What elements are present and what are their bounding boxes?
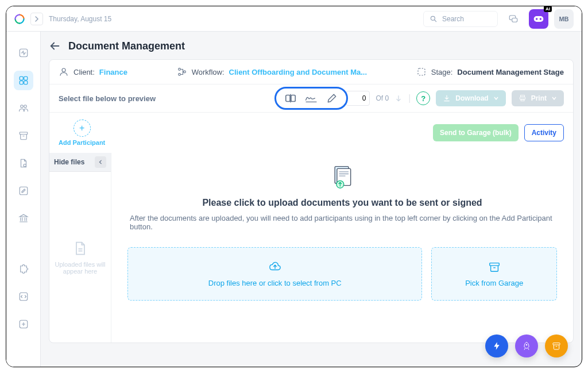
plus-box-icon [18,319,29,329]
stage-icon [416,67,427,77]
signature-tool-button[interactable] [305,92,318,105]
page-number-input[interactable] [346,91,370,106]
users-icon [18,103,29,113]
search-input[interactable]: Search [423,11,498,27]
svg-point-21 [183,71,185,73]
add-participant-label: Add Participant [59,139,105,146]
date-display: Thursday, August 15 [49,15,111,23]
files-empty-state: Uploaded files will appear here [49,172,111,343]
download-icon [443,94,451,102]
svg-point-12 [24,105,26,108]
sidebar-item-users[interactable] [14,98,33,118]
code-icon [18,291,29,302]
svg-rect-3 [534,16,544,22]
svg-rect-9 [20,81,23,84]
user-avatar[interactable]: MB [554,9,574,29]
files-column: Hide files Uploaded files will appear he… [49,153,111,343]
svg-point-14 [24,164,26,167]
activity-button[interactable]: Activity [524,124,564,141]
fab-rocket[interactable] [515,334,538,357]
sidebar-item-institution[interactable] [14,209,33,228]
svg-rect-27 [521,99,524,101]
send-to-garage-button[interactable]: Send to Garage (bulk) [433,124,519,141]
hide-files-header: Hide files [49,153,111,172]
stage-info: Stage: Document Management Stage [416,67,564,77]
svg-point-20 [178,74,180,76]
sidebar [6,32,41,367]
plus-circle-icon: + [74,120,91,137]
garage-icon [488,260,501,273]
sidebar-item-archive[interactable] [14,126,33,145]
actions-row: + Add Participant Send to Garage (bulk) … [49,112,573,153]
page-title: Document Management [68,40,185,52]
add-participant-button[interactable]: + Add Participant [59,120,105,146]
down-arrow-icon[interactable] [394,94,403,102]
main-content: Document Management Client: Finance Work… [41,32,582,367]
svg-point-11 [20,105,23,108]
download-button[interactable]: Download [436,90,505,106]
drop-files-zone[interactable]: Drop files here or click to select from … [127,247,422,301]
sidebar-item-add[interactable] [14,314,33,334]
svg-rect-22 [418,68,425,75]
puzzle-icon [18,264,29,274]
archive-icon [18,130,29,141]
svg-rect-10 [24,81,27,84]
svg-point-19 [178,68,180,71]
help-button[interactable]: ? [416,91,430,105]
chat-icon [508,14,519,24]
svg-rect-31 [489,263,499,266]
svg-point-32 [526,344,528,346]
chevron-down-icon [493,95,499,101]
sidebar-item-stages[interactable] [14,71,33,90]
chevron-down-icon [551,95,557,101]
ai-badge: AI [544,6,552,12]
sidebar-item-dashboard[interactable] [14,43,33,63]
upload-doc-icon [330,164,355,190]
fab-archive[interactable] [545,334,568,357]
collapse-files-button[interactable] [95,156,106,168]
pen-icon [326,93,338,104]
print-icon [519,94,527,102]
nav-forward-button[interactable] [30,13,43,25]
info-row: Client: Finance Workflow: Client Offboar… [49,60,573,84]
chevron-left-icon [98,159,103,165]
cloud-upload-icon [269,260,281,273]
stage-value: Document Management Stage [457,68,564,76]
svg-point-18 [62,68,65,72]
edit-icon [18,186,29,196]
svg-rect-8 [24,76,27,80]
user-icon [59,67,69,77]
back-arrow-icon[interactable] [49,40,61,52]
file-icon [72,240,88,256]
sidebar-item-document[interactable] [14,153,33,173]
pick-from-garage-zone[interactable]: Pick from Garage [431,247,557,301]
chevron-right-icon [34,16,40,22]
sidebar-item-edit[interactable] [14,181,33,201]
pulse-icon [18,48,29,58]
hide-files-label: Hide files [54,158,84,166]
sidebar-item-code[interactable] [14,287,33,306]
chat-button[interactable] [504,9,523,29]
ai-assistant-button[interactable]: AI [529,9,548,29]
fab-lightning[interactable] [485,334,508,357]
print-button[interactable]: Print [512,90,564,106]
svg-rect-13 [20,132,28,134]
pen-tool-button[interactable] [326,92,338,105]
topbar: Thursday, August 15 Search AI MB [6,6,582,32]
svg-rect-33 [553,343,560,345]
document-icon [18,158,29,168]
pick-garage-text: Pick from Garage [465,279,523,287]
field-tool-button[interactable] [284,92,297,105]
download-label: Download [455,94,488,102]
svg-point-5 [540,18,541,20]
client-link[interactable]: Finance [99,68,127,76]
archive-icon [552,341,561,351]
select-file-text: Select file below to preview [59,94,156,103]
file-panel: Hide files Uploaded files will appear he… [49,153,573,343]
tool-pill [274,87,348,110]
svg-rect-15 [20,187,28,195]
svg-point-4 [536,18,537,20]
fab-row [485,334,568,357]
sidebar-item-integrations[interactable] [14,259,33,279]
workflow-link[interactable]: Client Offboarding and Document Ma... [229,68,368,76]
